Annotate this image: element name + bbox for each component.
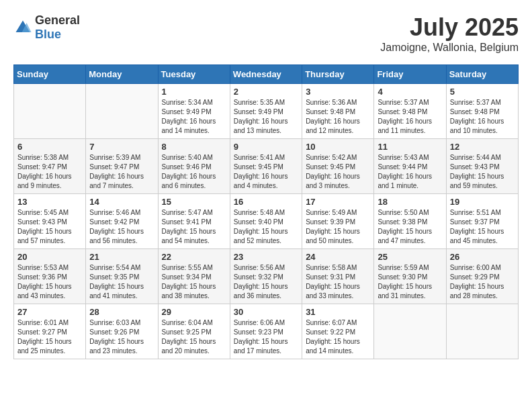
- day-number: 30: [234, 307, 298, 317]
- logo-icon: [13, 18, 32, 37]
- calendar-cell: 12Sunrise: 5:44 AM Sunset: 9:43 PM Dayli…: [446, 139, 518, 194]
- calendar-week-4: 20Sunrise: 5:53 AM Sunset: 9:36 PM Dayli…: [14, 249, 519, 304]
- day-number: 17: [306, 197, 370, 207]
- day-info: Sunrise: 5:44 AM Sunset: 9:43 PM Dayligh…: [450, 153, 515, 191]
- day-info: Sunrise: 5:55 AM Sunset: 9:34 PM Dayligh…: [162, 263, 226, 301]
- day-info: Sunrise: 5:54 AM Sunset: 9:35 PM Dayligh…: [89, 263, 154, 301]
- calendar-cell: [446, 304, 518, 359]
- day-info: Sunrise: 5:39 AM Sunset: 9:47 PM Dayligh…: [89, 153, 154, 191]
- day-info: Sunrise: 5:45 AM Sunset: 9:43 PM Dayligh…: [17, 208, 82, 246]
- day-number: 1: [162, 87, 226, 97]
- day-number: 22: [162, 252, 226, 262]
- calendar-cell: 15Sunrise: 5:47 AM Sunset: 9:41 PM Dayli…: [158, 194, 230, 249]
- calendar-week-5: 27Sunrise: 6:01 AM Sunset: 9:27 PM Dayli…: [14, 304, 519, 359]
- calendar-cell: 18Sunrise: 5:50 AM Sunset: 9:38 PM Dayli…: [374, 194, 446, 249]
- day-info: Sunrise: 5:46 AM Sunset: 9:42 PM Dayligh…: [89, 208, 154, 246]
- day-number: 26: [450, 252, 515, 262]
- calendar-cell: 24Sunrise: 5:58 AM Sunset: 9:31 PM Dayli…: [302, 249, 374, 304]
- logo-blue: Blue: [35, 28, 61, 41]
- logo: General Blue: [13, 13, 80, 42]
- day-number: 29: [162, 307, 226, 317]
- calendar-cell: 9Sunrise: 5:41 AM Sunset: 9:45 PM Daylig…: [230, 139, 302, 194]
- calendar-cell: 26Sunrise: 6:00 AM Sunset: 9:29 PM Dayli…: [446, 249, 518, 304]
- calendar-cell: 22Sunrise: 5:55 AM Sunset: 9:34 PM Dayli…: [158, 249, 230, 304]
- day-info: Sunrise: 5:37 AM Sunset: 9:48 PM Dayligh…: [378, 98, 442, 136]
- day-number: 18: [378, 197, 442, 207]
- day-number: 15: [162, 197, 226, 207]
- day-info: Sunrise: 5:56 AM Sunset: 9:32 PM Dayligh…: [234, 263, 298, 301]
- day-number: 2: [234, 87, 298, 97]
- day-number: 13: [17, 197, 82, 207]
- day-number: 23: [234, 252, 298, 262]
- day-info: Sunrise: 6:04 AM Sunset: 9:25 PM Dayligh…: [162, 318, 226, 356]
- day-number: 12: [450, 142, 515, 152]
- calendar-cell: 5Sunrise: 5:37 AM Sunset: 9:48 PM Daylig…: [446, 84, 518, 139]
- day-number: 21: [89, 252, 154, 262]
- calendar-cell: 31Sunrise: 6:07 AM Sunset: 9:22 PM Dayli…: [302, 304, 374, 359]
- calendar-cell: 10Sunrise: 5:42 AM Sunset: 9:45 PM Dayli…: [302, 139, 374, 194]
- logo-general: General: [35, 13, 80, 27]
- calendar-cell: 21Sunrise: 5:54 AM Sunset: 9:35 PM Dayli…: [86, 249, 158, 304]
- day-info: Sunrise: 5:49 AM Sunset: 9:39 PM Dayligh…: [306, 208, 370, 246]
- day-info: Sunrise: 5:38 AM Sunset: 9:47 PM Dayligh…: [17, 153, 82, 191]
- day-info: Sunrise: 5:58 AM Sunset: 9:31 PM Dayligh…: [306, 263, 370, 301]
- day-number: 3: [306, 87, 370, 97]
- day-number: 6: [17, 142, 82, 152]
- calendar-cell: 19Sunrise: 5:51 AM Sunset: 9:37 PM Dayli…: [446, 194, 518, 249]
- day-number: 28: [89, 307, 154, 317]
- day-number: 8: [162, 142, 226, 152]
- calendar-cell: 4Sunrise: 5:37 AM Sunset: 9:48 PM Daylig…: [374, 84, 446, 139]
- day-info: Sunrise: 5:34 AM Sunset: 9:49 PM Dayligh…: [162, 98, 226, 136]
- calendar-cell: 8Sunrise: 5:40 AM Sunset: 9:46 PM Daylig…: [158, 139, 230, 194]
- calendar-cell: [86, 84, 158, 139]
- calendar-cell: 20Sunrise: 5:53 AM Sunset: 9:36 PM Dayli…: [14, 249, 86, 304]
- day-number: 4: [378, 87, 442, 97]
- day-info: Sunrise: 5:50 AM Sunset: 9:38 PM Dayligh…: [378, 208, 442, 246]
- day-number: 27: [17, 307, 82, 317]
- location-title: Jamoigne, Wallonia, Belgium: [380, 42, 519, 54]
- day-info: Sunrise: 5:35 AM Sunset: 9:49 PM Dayligh…: [234, 98, 298, 136]
- calendar-cell: 6Sunrise: 5:38 AM Sunset: 9:47 PM Daylig…: [14, 139, 86, 194]
- weekday-header-tuesday: Tuesday: [158, 65, 230, 84]
- calendar-table: SundayMondayTuesdayWednesdayThursdayFrid…: [13, 64, 519, 359]
- calendar-cell: 2Sunrise: 5:35 AM Sunset: 9:49 PM Daylig…: [230, 84, 302, 139]
- calendar-cell: 14Sunrise: 5:46 AM Sunset: 9:42 PM Dayli…: [86, 194, 158, 249]
- weekday-header-wednesday: Wednesday: [230, 65, 302, 84]
- day-info: Sunrise: 6:03 AM Sunset: 9:26 PM Dayligh…: [89, 318, 154, 356]
- weekday-header-monday: Monday: [86, 65, 158, 84]
- month-title: July 2025: [380, 13, 519, 42]
- day-number: 5: [450, 87, 515, 97]
- day-number: 24: [306, 252, 370, 262]
- day-number: 25: [378, 252, 442, 262]
- calendar-cell: 7Sunrise: 5:39 AM Sunset: 9:47 PM Daylig…: [86, 139, 158, 194]
- day-number: 20: [17, 252, 82, 262]
- calendar-cell: 27Sunrise: 6:01 AM Sunset: 9:27 PM Dayli…: [14, 304, 86, 359]
- day-info: Sunrise: 5:59 AM Sunset: 9:30 PM Dayligh…: [378, 263, 442, 301]
- day-info: Sunrise: 5:37 AM Sunset: 9:48 PM Dayligh…: [450, 98, 515, 136]
- calendar-cell: 16Sunrise: 5:48 AM Sunset: 9:40 PM Dayli…: [230, 194, 302, 249]
- day-info: Sunrise: 6:07 AM Sunset: 9:22 PM Dayligh…: [306, 318, 370, 356]
- title-area: July 2025 Jamoigne, Wallonia, Belgium: [380, 13, 519, 54]
- calendar-cell: 30Sunrise: 6:06 AM Sunset: 9:23 PM Dayli…: [230, 304, 302, 359]
- day-info: Sunrise: 5:42 AM Sunset: 9:45 PM Dayligh…: [306, 153, 370, 191]
- day-number: 19: [450, 197, 515, 207]
- calendar-cell: 1Sunrise: 5:34 AM Sunset: 9:49 PM Daylig…: [158, 84, 230, 139]
- day-info: Sunrise: 6:06 AM Sunset: 9:23 PM Dayligh…: [234, 318, 298, 356]
- calendar-cell: 17Sunrise: 5:49 AM Sunset: 9:39 PM Dayli…: [302, 194, 374, 249]
- calendar-cell: 23Sunrise: 5:56 AM Sunset: 9:32 PM Dayli…: [230, 249, 302, 304]
- calendar-cell: 29Sunrise: 6:04 AM Sunset: 9:25 PM Dayli…: [158, 304, 230, 359]
- day-info: Sunrise: 6:01 AM Sunset: 9:27 PM Dayligh…: [17, 318, 82, 356]
- calendar-cell: [14, 84, 86, 139]
- weekday-header-friday: Friday: [374, 65, 446, 84]
- day-number: 7: [89, 142, 154, 152]
- calendar-cell: 11Sunrise: 5:43 AM Sunset: 9:44 PM Dayli…: [374, 139, 446, 194]
- day-number: 14: [89, 197, 154, 207]
- calendar-week-2: 6Sunrise: 5:38 AM Sunset: 9:47 PM Daylig…: [14, 139, 519, 194]
- day-info: Sunrise: 5:47 AM Sunset: 9:41 PM Dayligh…: [162, 208, 226, 246]
- day-info: Sunrise: 5:48 AM Sunset: 9:40 PM Dayligh…: [234, 208, 298, 246]
- day-info: Sunrise: 5:40 AM Sunset: 9:46 PM Dayligh…: [162, 153, 226, 191]
- page-header: General Blue July 2025 Jamoigne, Walloni…: [13, 13, 519, 54]
- weekday-header-saturday: Saturday: [446, 65, 518, 84]
- weekday-header-sunday: Sunday: [14, 65, 86, 84]
- weekday-header-thursday: Thursday: [302, 65, 374, 84]
